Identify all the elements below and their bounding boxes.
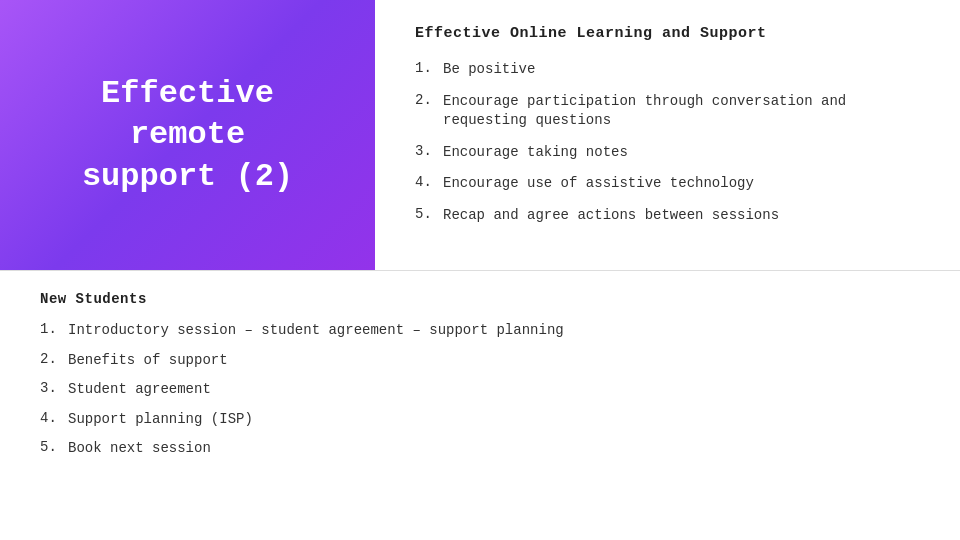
bottom-section: New Students 1.Introductory session – st… xyxy=(0,271,960,540)
bottom-list: 1.Introductory session – student agreeme… xyxy=(40,321,920,469)
right-panel-heading: Effective Online Learning and Support xyxy=(415,25,920,42)
item-num: 1. xyxy=(40,321,60,337)
item-num: 1. xyxy=(415,60,435,76)
title-line1: Effective xyxy=(82,73,293,115)
item-num: 2. xyxy=(40,351,60,367)
bottom-list-item: 2.Benefits of support xyxy=(40,351,920,371)
title-line2: remote xyxy=(82,114,293,156)
item-text: Introductory session – student agreement… xyxy=(68,321,564,341)
page-container: Effective remote support (2) Effective O… xyxy=(0,0,960,540)
bottom-list-item: 5.Book next session xyxy=(40,439,920,459)
item-num: 4. xyxy=(40,410,60,426)
right-panel: Effective Online Learning and Support 1.… xyxy=(375,0,960,270)
item-text: Be positive xyxy=(443,60,535,80)
item-num: 4. xyxy=(415,174,435,190)
item-num: 3. xyxy=(40,380,60,396)
right-list-item: 4.Encourage use of assistive technology xyxy=(415,174,920,194)
item-text: Student agreement xyxy=(68,380,211,400)
item-text: Recap and agree actions between sessions xyxy=(443,206,779,226)
item-num: 5. xyxy=(415,206,435,222)
item-text: Encourage participation through conversa… xyxy=(443,92,920,131)
title-line3: support (2) xyxy=(82,156,293,198)
right-list-item: 3.Encourage taking notes xyxy=(415,143,920,163)
item-text: Benefits of support xyxy=(68,351,228,371)
right-list-item: 5.Recap and agree actions between sessio… xyxy=(415,206,920,226)
bottom-list-item: 1.Introductory session – student agreeme… xyxy=(40,321,920,341)
bottom-list-item: 3.Student agreement xyxy=(40,380,920,400)
right-list-item: 2.Encourage participation through conver… xyxy=(415,92,920,131)
item-text: Book next session xyxy=(68,439,211,459)
bottom-list-item: 4.Support planning (ISP) xyxy=(40,410,920,430)
item-text: Encourage use of assistive technology xyxy=(443,174,754,194)
purple-card: Effective remote support (2) xyxy=(0,0,375,270)
item-num: 2. xyxy=(415,92,435,108)
bottom-heading: New Students xyxy=(40,291,920,307)
item-num: 5. xyxy=(40,439,60,455)
item-num: 3. xyxy=(415,143,435,159)
item-text: Encourage taking notes xyxy=(443,143,628,163)
right-list-item: 1.Be positive xyxy=(415,60,920,80)
top-section: Effective remote support (2) Effective O… xyxy=(0,0,960,270)
right-list: 1.Be positive2.Encourage participation t… xyxy=(415,60,920,226)
purple-card-title: Effective remote support (2) xyxy=(82,73,293,198)
item-text: Support planning (ISP) xyxy=(68,410,253,430)
